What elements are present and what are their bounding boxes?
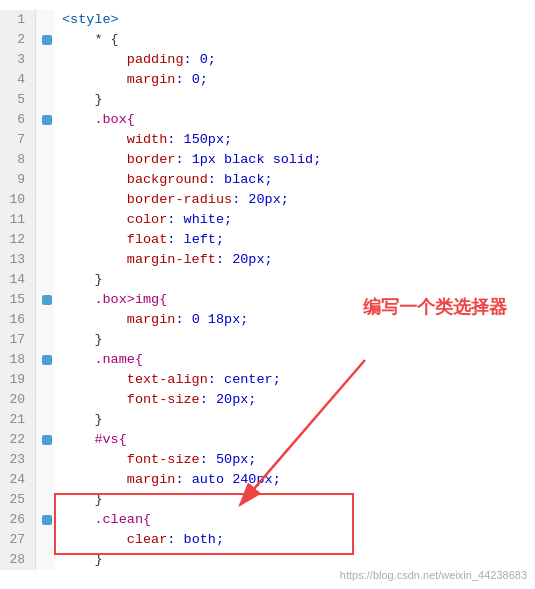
gutter-row: [36, 370, 54, 390]
gutter-marker: [42, 435, 52, 445]
gutter-row: [36, 170, 54, 190]
code-line: * {: [62, 30, 527, 50]
gutter-marker: [42, 515, 52, 525]
code-line: color: white;: [62, 210, 527, 230]
gutter-row: [36, 70, 54, 90]
line-number: 6: [4, 110, 31, 130]
gutter-row: [36, 130, 54, 150]
code-area: 1234567891011121314151617181920212223242…: [0, 0, 535, 580]
gutter-row: [36, 450, 54, 470]
code-line: width: 150px;: [62, 130, 527, 150]
gutter-row: [36, 90, 54, 110]
code-line: }: [62, 490, 527, 510]
gutter-row: [36, 110, 54, 130]
gutter-row: [36, 150, 54, 170]
line-number: 21: [4, 410, 31, 430]
code-line: }: [62, 330, 527, 350]
gutter-row: [36, 390, 54, 410]
gutter-row: [36, 250, 54, 270]
code-line: border: 1px black solid;: [62, 150, 527, 170]
gutter-row: [36, 350, 54, 370]
line-number: 5: [4, 90, 31, 110]
line-number: 18: [4, 350, 31, 370]
annotation-text: 编写一个类选择器: [363, 295, 507, 319]
line-number: 15: [4, 290, 31, 310]
code-line: clear: both;: [62, 530, 527, 550]
gutter-row: [36, 290, 54, 310]
line-number: 13: [4, 250, 31, 270]
gutter-marker: [42, 295, 52, 305]
gutter-row: [36, 50, 54, 70]
code-line: .name{: [62, 350, 527, 370]
line-number: 23: [4, 450, 31, 470]
code-line: }: [62, 90, 527, 110]
line-number: 22: [4, 430, 31, 450]
line-numbers: 1234567891011121314151617181920212223242…: [0, 10, 36, 570]
gutter-row: [36, 10, 54, 30]
code-line: }: [62, 410, 527, 430]
watermark: https://blog.csdn.net/weixin_44238683: [340, 569, 527, 581]
line-number: 2: [4, 30, 31, 50]
line-number: 11: [4, 210, 31, 230]
gutter-row: [36, 210, 54, 230]
gutter-row: [36, 30, 54, 50]
gutter-row: [36, 330, 54, 350]
code-line: }: [62, 270, 527, 290]
line-number: 17: [4, 330, 31, 350]
gutter-row: [36, 550, 54, 570]
line-number: 9: [4, 170, 31, 190]
gutter-row: [36, 530, 54, 550]
code-line: background: black;: [62, 170, 527, 190]
gutter-row: [36, 490, 54, 510]
line-number: 7: [4, 130, 31, 150]
gutter-row: [36, 190, 54, 210]
gutter-marker: [42, 355, 52, 365]
gutter-marker: [42, 35, 52, 45]
code-line: margin: 0;: [62, 70, 527, 90]
line-number: 12: [4, 230, 31, 250]
line-number: 19: [4, 370, 31, 390]
gutter-row: [36, 410, 54, 430]
line-number: 27: [4, 530, 31, 550]
code-line: <style>: [62, 10, 527, 30]
line-number: 24: [4, 470, 31, 490]
code-line: margin-left: 20px;: [62, 250, 527, 270]
code-line: #vs{: [62, 430, 527, 450]
line-number: 1: [4, 10, 31, 30]
gutter-row: [36, 510, 54, 530]
code-lines: <style> * { padding: 0; margin: 0; } .bo…: [54, 10, 535, 570]
line-number: 14: [4, 270, 31, 290]
gutter-row: [36, 470, 54, 490]
code-line: float: left;: [62, 230, 527, 250]
line-number: 25: [4, 490, 31, 510]
code-line: .box{: [62, 110, 527, 130]
code-line: font-size: 20px;: [62, 390, 527, 410]
gutter-row: [36, 230, 54, 250]
code-line: font-size: 50px;: [62, 450, 527, 470]
code-line: border-radius: 20px;: [62, 190, 527, 210]
line-number: 4: [4, 70, 31, 90]
line-number: 16: [4, 310, 31, 330]
line-number: 8: [4, 150, 31, 170]
editor-container: 1234567891011121314151617181920212223242…: [0, 0, 535, 589]
code-line: padding: 0;: [62, 50, 527, 70]
gutter-row: [36, 430, 54, 450]
code-line: }: [62, 550, 527, 570]
gutter-marker: [42, 115, 52, 125]
code-line: text-align: center;: [62, 370, 527, 390]
line-number: 3: [4, 50, 31, 70]
line-number: 10: [4, 190, 31, 210]
gutter: [36, 10, 54, 570]
line-number: 28: [4, 550, 31, 570]
line-number: 20: [4, 390, 31, 410]
gutter-row: [36, 270, 54, 290]
gutter-row: [36, 310, 54, 330]
line-number: 26: [4, 510, 31, 530]
code-line: margin: auto 240px;: [62, 470, 527, 490]
code-line: .clean{: [62, 510, 527, 530]
